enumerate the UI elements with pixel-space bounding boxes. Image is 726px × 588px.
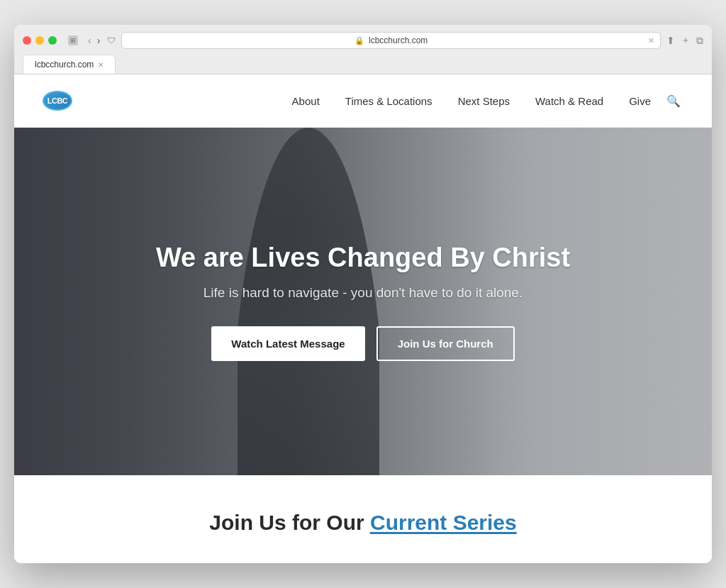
heading-highlight-text: Current Series: [370, 511, 517, 534]
traffic-lights: [23, 36, 57, 45]
current-series-heading: Join Us for Our Current Series: [43, 511, 683, 535]
browser-chrome: ⊞ ‹ › 🛡 🔒 lcbcchurch.com ✕ ⬆ ＋ ⧉: [14, 25, 712, 74]
tab-label: lcbcchurch.com: [35, 60, 94, 70]
new-tab-icon[interactable]: ＋: [681, 34, 691, 47]
shield-icon: 🛡: [107, 35, 116, 45]
minimize-button[interactable]: [35, 36, 44, 45]
join-us-for-church-button[interactable]: Join Us for Church: [376, 326, 515, 361]
nav-give[interactable]: Give: [616, 74, 664, 128]
maximize-button[interactable]: [48, 36, 57, 45]
hero-content: We are Lives Changed By Christ Life is h…: [142, 242, 584, 362]
close-button[interactable]: [23, 36, 31, 45]
sidebar-toggle[interactable]: ⊞: [68, 35, 78, 45]
tab-bar: lcbcchurch.com ✕: [23, 55, 703, 74]
nav-watch-read[interactable]: Watch & Read: [523, 74, 616, 128]
tab-close-icon[interactable]: ✕: [98, 61, 104, 69]
forward-arrow[interactable]: ›: [96, 35, 102, 46]
nav-arrows: ‹ ›: [86, 35, 101, 46]
hero-title: We are Lives Changed By Christ: [156, 242, 570, 274]
active-tab[interactable]: lcbcchurch.com ✕: [23, 55, 116, 74]
search-icon[interactable]: 🔍: [664, 91, 683, 111]
address-bar[interactable]: 🔒 lcbcchurch.com ✕: [121, 32, 661, 49]
nav-links: About Times & Locations Next Steps Watch…: [279, 74, 683, 128]
heading-plain-text: Join Us for Our: [209, 511, 370, 534]
lock-icon: 🔒: [354, 36, 364, 45]
logo-text: LCBC: [48, 96, 68, 105]
hero-section: We are Lives Changed By Christ Life is h…: [14, 128, 712, 475]
site-nav: LCBC About Times & Locations Next Steps …: [14, 74, 712, 128]
share-icon[interactable]: ⬆: [666, 35, 675, 46]
watch-latest-message-button[interactable]: Watch Latest Message: [211, 326, 364, 361]
nav-times-locations[interactable]: Times & Locations: [333, 74, 445, 128]
logo-oval: LCBC: [43, 91, 72, 111]
browser-actions: ⬆ ＋ ⧉: [666, 34, 703, 47]
nav-next-steps[interactable]: Next Steps: [445, 74, 523, 128]
back-arrow[interactable]: ‹: [86, 35, 93, 46]
browser-window: ⊞ ‹ › 🛡 🔒 lcbcchurch.com ✕ ⬆ ＋ ⧉: [14, 25, 712, 563]
address-bar-row: 🛡 🔒 lcbcchurch.com ✕: [107, 32, 661, 49]
below-hero-section: Join Us for Our Current Series: [14, 475, 712, 563]
address-close-icon[interactable]: ✕: [648, 36, 654, 45]
windows-icon[interactable]: ⧉: [696, 35, 703, 47]
website-content: LCBC About Times & Locations Next Steps …: [14, 74, 712, 563]
logo[interactable]: LCBC: [43, 91, 72, 111]
url-text: lcbcchurch.com: [369, 35, 428, 45]
hero-buttons: Watch Latest Message Join Us for Church: [156, 326, 570, 361]
window-controls: ⊞: [68, 35, 78, 45]
hero-subtitle: Life is hard to navigate - you don't hav…: [156, 285, 570, 301]
nav-about[interactable]: About: [279, 74, 333, 128]
